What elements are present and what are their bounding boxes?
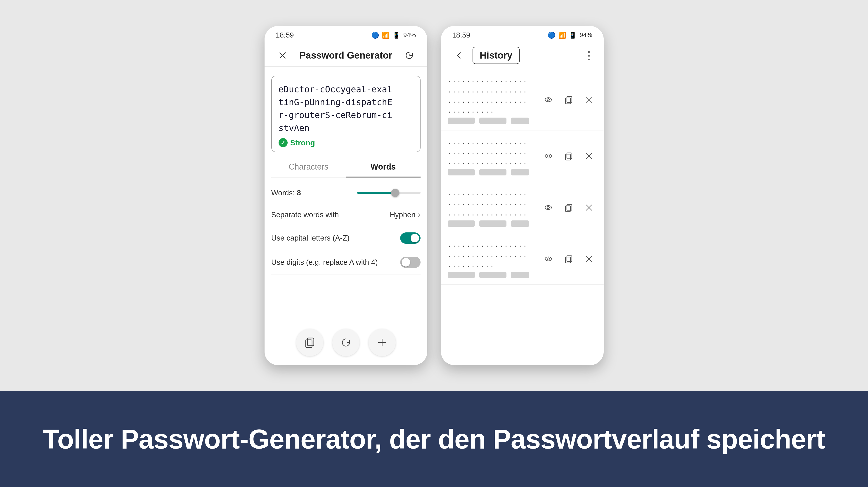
wifi-icon-2: 📶 [558,31,566,39]
slider-track [357,192,421,194]
svg-rect-29 [567,256,572,262]
copy-button-4[interactable] [561,251,577,267]
close-button[interactable] [274,47,292,64]
hist-dots-3: ........................................… [448,188,536,219]
words-count: 8 [297,188,301,197]
refresh-action-button[interactable] [332,329,360,356]
toggle-thumb-capital [411,234,419,242]
history-phone: 18:59 🔵 📶 📱 94% History ⋮ .... [441,26,604,365]
chevron-right-icon: › [418,210,421,219]
digits-toggle[interactable] [400,256,421,268]
view-button-2[interactable] [540,148,556,164]
meta-pill [511,272,529,278]
hist-item-actions-1 [540,92,597,108]
svg-rect-28 [565,257,570,263]
pg-tabs: Characters Words [271,157,421,178]
meta-pill [448,169,475,176]
signal-icon: 📱 [393,31,400,39]
separate-words-row: Separate words with Hyphen › [271,204,421,226]
digits-row: Use digits (e.g. replace A with 4) [271,250,421,274]
hist-item-actions-2 [540,148,597,164]
separate-value[interactable]: Hyphen › [390,210,421,219]
notch-2 [500,26,545,39]
capital-label: Use capital letters (A-Z) [271,234,350,242]
hist-meta-3 [448,220,536,227]
history-button[interactable] [400,47,418,64]
status-icons-2: 🔵 📶 📱 94% [548,31,592,39]
svg-rect-11 [567,96,572,102]
hist-item-actions-3 [540,200,597,215]
password-generator-phone: 18:59 🔵 📶 📱 94% Password Generator [265,26,427,365]
svg-point-27 [547,258,550,260]
meta-pill [448,272,475,278]
strength-check-icon: ✓ [279,138,288,147]
copy-button-3[interactable] [561,200,577,215]
hist-item-text-4: ........................................… [448,240,536,278]
svg-rect-22 [565,206,570,212]
svg-rect-23 [567,204,572,210]
list-item: ........................................… [441,233,604,285]
toggle-thumb-digits [402,258,410,267]
svg-point-26 [545,257,552,261]
words-slider[interactable] [357,188,421,197]
meta-pill [479,272,506,278]
copy-action-button[interactable] [296,329,323,356]
strength-indicator: ✓ Strong [279,138,413,147]
svg-rect-5 [308,338,314,346]
hist-meta-1 [448,118,536,124]
svg-rect-4 [306,340,312,347]
more-menu-button[interactable]: ⋮ [583,49,595,62]
svg-point-8 [545,98,552,102]
slider-thumb[interactable] [391,189,399,197]
hist-dots-4: ........................................… [448,240,536,270]
hist-item-text-1: ........................................… [448,75,536,124]
meta-pill [448,118,475,124]
list-item: ........................................… [441,69,604,130]
add-action-button[interactable] [369,329,396,356]
meta-pill [479,220,506,227]
delete-button-4[interactable] [581,251,597,267]
svg-point-21 [547,206,550,209]
meta-pill [511,169,529,176]
pg-title: Password Generator [299,50,392,61]
view-button-3[interactable] [540,200,556,215]
strength-label: Strong [290,139,315,147]
signal-icon-2: 📱 [569,31,577,39]
hist-meta-2 [448,169,536,176]
svg-rect-16 [565,154,570,160]
hist-title: History [472,47,520,64]
capital-toggle[interactable] [400,233,421,244]
meta-pill [448,220,475,227]
hist-dots-1: ........................................… [448,75,536,116]
delete-button-3[interactable] [581,200,597,215]
words-label: Words: 8 [271,188,301,197]
view-button-4[interactable] [540,251,556,267]
hist-item-text-2: ........................................… [448,137,536,175]
main-area: 18:59 🔵 📶 📱 94% Password Generator [0,0,868,391]
battery-text: 94% [403,31,416,39]
tab-words[interactable]: Words [346,157,421,177]
svg-rect-17 [567,153,572,159]
list-item: ........................................… [441,182,604,233]
delete-button-2[interactable] [581,148,597,164]
view-button-1[interactable] [540,92,556,108]
battery-text-2: 94% [580,31,592,39]
delete-button-1[interactable] [581,92,597,108]
pg-header: Password Generator [265,44,427,67]
hist-dots-2: ........................................… [448,137,536,167]
copy-button-1[interactable] [561,92,577,108]
capital-letters-row: Use capital letters (A-Z) [271,226,421,250]
tab-characters[interactable]: Characters [271,157,346,177]
time-2: 18:59 [452,31,470,39]
copy-button-2[interactable] [561,148,577,164]
hist-header: History ⋮ [441,44,604,67]
bluetooth-icon: 🔵 [371,31,379,39]
svg-rect-10 [565,98,570,104]
separate-label: Separate words with [271,211,339,219]
slider-fill [357,192,395,194]
notch [323,26,369,39]
digits-label: Use digits (e.g. replace A with 4) [271,258,378,267]
back-button[interactable] [450,47,468,64]
list-item: ........................................… [441,130,604,182]
hist-item-actions-4 [540,251,597,267]
